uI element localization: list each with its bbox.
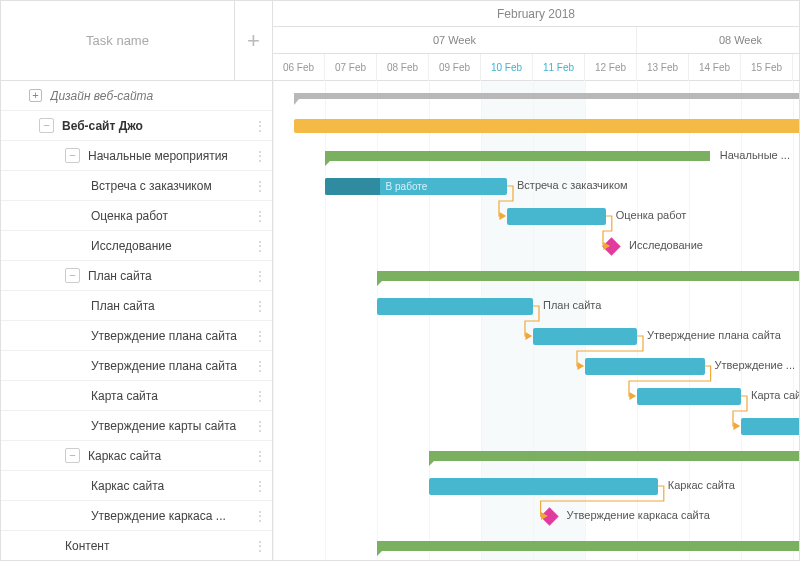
task-name-column-label: Task name	[1, 33, 234, 48]
day-cell: 11 Feb	[533, 54, 585, 81]
bar-label: Каркас сайта	[668, 479, 735, 491]
task-list: +Дизайн веб-сайта−Веб-сайт Джо⋮−Начальны…	[1, 81, 272, 560]
task-row[interactable]: Встреча с заказчиком⋮	[1, 171, 272, 201]
day-cell: 07 Feb	[325, 54, 377, 81]
kebab-icon[interactable]: ⋮	[252, 539, 268, 553]
add-task-button[interactable]: +	[234, 1, 272, 81]
week-row: 07 Week08 Week	[273, 27, 799, 54]
day-cell: 12 Feb	[585, 54, 637, 81]
collapse-icon[interactable]: −	[39, 118, 54, 133]
task-label: Каркас сайта	[91, 479, 252, 493]
milestone-marker[interactable]	[602, 237, 620, 255]
collapse-icon[interactable]: −	[65, 448, 80, 463]
timeline-header: February 2018 07 Week08 Week 06 Feb07 Fe…	[273, 1, 799, 81]
task-bar[interactable]	[377, 298, 533, 315]
task-bar[interactable]	[429, 478, 658, 495]
gantt-container: Task name + +Дизайн веб-сайта−Веб-сайт Д…	[0, 0, 800, 561]
kebab-icon[interactable]: ⋮	[252, 419, 268, 433]
task-label: Утверждение плана сайта	[91, 329, 252, 343]
task-bar[interactable]	[533, 328, 637, 345]
collapse-icon[interactable]: −	[65, 148, 80, 163]
day-cell: 13 Feb	[637, 54, 689, 81]
task-row[interactable]: План сайта⋮	[1, 291, 272, 321]
task-list-header: Task name +	[1, 1, 272, 81]
task-bar[interactable]	[637, 388, 741, 405]
summary-gray-bar[interactable]	[294, 93, 799, 99]
green-bar[interactable]	[377, 541, 799, 551]
task-label: Дизайн веб-сайта	[50, 89, 268, 103]
task-bar[interactable]: В работе	[325, 178, 507, 195]
kebab-icon[interactable]: ⋮	[252, 179, 268, 193]
task-label: Утверждение каркаса ...	[91, 509, 252, 523]
bar-label: Утверждение ...	[715, 359, 795, 371]
task-bar[interactable]	[507, 208, 606, 225]
task-row[interactable]: Утверждение плана сайта⋮	[1, 351, 272, 381]
kebab-icon[interactable]: ⋮	[252, 149, 268, 163]
task-row[interactable]: −План сайта⋮	[1, 261, 272, 291]
kebab-icon[interactable]: ⋮	[252, 509, 268, 523]
task-label: Утверждение плана сайта	[91, 359, 252, 373]
kebab-icon[interactable]: ⋮	[252, 389, 268, 403]
kebab-icon[interactable]: ⋮	[252, 479, 268, 493]
task-row[interactable]: Контент⋮	[1, 531, 272, 560]
day-cell: 10 Feb	[481, 54, 533, 81]
bar-label: Утверждение плана сайта	[647, 329, 781, 341]
bar-label: Утверждение каркаса сайта	[567, 509, 710, 521]
task-row[interactable]: −Веб-сайт Джо⋮	[1, 111, 272, 141]
kebab-icon[interactable]: ⋮	[252, 239, 268, 253]
task-label: Исследование	[91, 239, 252, 253]
kebab-icon[interactable]: ⋮	[252, 209, 268, 223]
task-bar[interactable]	[585, 358, 705, 375]
kebab-icon[interactable]: ⋮	[252, 119, 268, 133]
bar-label: План сайта	[543, 299, 601, 311]
task-row[interactable]: Оценка работ⋮	[1, 201, 272, 231]
collapse-icon[interactable]: −	[65, 268, 80, 283]
task-row[interactable]: Каркас сайта⋮	[1, 471, 272, 501]
day-cell: 08 Feb	[377, 54, 429, 81]
kebab-icon[interactable]: ⋮	[252, 449, 268, 463]
kebab-icon[interactable]: ⋮	[252, 359, 268, 373]
week-cell: 08 Week	[637, 27, 799, 53]
task-label: Оценка работ	[91, 209, 252, 223]
timeline-pane: February 2018 07 Week08 Week 06 Feb07 Fe…	[273, 1, 799, 560]
kebab-icon[interactable]: ⋮	[252, 299, 268, 313]
task-row[interactable]: −Каркас сайта⋮	[1, 441, 272, 471]
month-row: February 2018	[273, 1, 799, 27]
chart-body[interactable]: Начальные ...В работеВстреча с заказчико…	[273, 81, 799, 560]
bar-inner-text: В работе	[386, 178, 428, 195]
task-label: Контент	[65, 539, 252, 553]
task-label: Карта сайта	[91, 389, 252, 403]
task-bar[interactable]	[741, 418, 799, 435]
task-list-pane: Task name + +Дизайн веб-сайта−Веб-сайт Д…	[1, 1, 273, 560]
bar-label: Исследование	[629, 239, 703, 251]
task-row[interactable]: Исследование⋮	[1, 231, 272, 261]
task-row[interactable]: Утверждение карты сайта⋮	[1, 411, 272, 441]
task-row[interactable]: −Начальные мероприятия⋮	[1, 141, 272, 171]
task-row[interactable]: Карта сайта⋮	[1, 381, 272, 411]
expand-icon[interactable]: +	[29, 89, 42, 102]
green-bar[interactable]	[377, 271, 799, 281]
bar-label: Встреча с заказчиком	[517, 179, 628, 191]
task-row[interactable]: Утверждение плана сайта⋮	[1, 321, 272, 351]
progress-fill	[325, 178, 380, 195]
orange-bar[interactable]	[294, 119, 799, 133]
day-row: 06 Feb07 Feb08 Feb09 Feb10 Feb11 Feb12 F…	[273, 54, 799, 81]
task-label: Веб-сайт Джо	[62, 119, 252, 133]
day-cell: 14 Feb	[689, 54, 741, 81]
bar-label: Карта сайта	[751, 389, 799, 401]
milestone-marker[interactable]	[540, 507, 558, 525]
day-cell: 06 Feb	[273, 54, 325, 81]
task-label: Встреча с заказчиком	[91, 179, 252, 193]
green-bar[interactable]	[429, 451, 799, 461]
task-label: Утверждение карты сайта	[91, 419, 252, 433]
kebab-icon[interactable]: ⋮	[252, 269, 268, 283]
task-label: Начальные мероприятия	[88, 149, 252, 163]
kebab-icon[interactable]: ⋮	[252, 329, 268, 343]
task-row[interactable]: +Дизайн веб-сайта	[1, 81, 272, 111]
week-cell: 07 Week	[273, 27, 637, 53]
task-row[interactable]: Утверждение каркаса ...⋮	[1, 501, 272, 531]
day-cell: 15 Feb	[741, 54, 793, 81]
green-bar[interactable]	[325, 151, 710, 161]
task-label: План сайта	[91, 299, 252, 313]
task-label: План сайта	[88, 269, 252, 283]
